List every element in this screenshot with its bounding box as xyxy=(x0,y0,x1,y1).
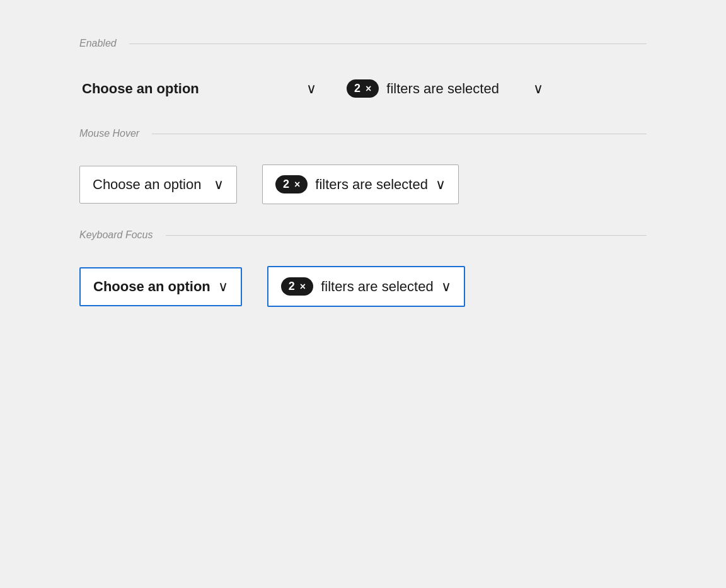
badge-focus-count: 2 xyxy=(289,280,295,293)
badge-focus: 2 × xyxy=(281,277,313,296)
multi-select-hover-text: filters are selected xyxy=(315,176,428,193)
multi-select-focus-chevron: ∨ xyxy=(441,279,451,295)
section-header-focus: Keyboard Focus xyxy=(79,229,647,241)
section-enabled: Enabled Choose an option ∨ 2 × filters a… xyxy=(79,38,647,103)
single-select-enabled[interactable]: Choose an option ∨ xyxy=(79,76,319,102)
badge-enabled: 2 × xyxy=(347,79,379,98)
multi-select-hover[interactable]: 2 × filters are selected ∨ xyxy=(262,164,459,204)
multi-select-enabled[interactable]: 2 × filters are selected ∨ xyxy=(344,74,546,103)
single-select-focus-chevron: ∨ xyxy=(218,279,228,295)
single-select-hover-text: Choose an option xyxy=(93,176,201,193)
badge-focus-close[interactable]: × xyxy=(300,281,306,292)
single-select-hover-chevron: ∨ xyxy=(214,176,224,193)
section-title-enabled: Enabled xyxy=(79,38,117,49)
single-select-hover[interactable]: Choose an option ∨ xyxy=(79,166,237,204)
section-title-hover: Mouse Hover xyxy=(79,128,139,139)
multi-select-hover-chevron: ∨ xyxy=(435,176,446,193)
multi-select-focus[interactable]: 2 × filters are selected ∨ xyxy=(267,266,465,307)
enabled-dropdowns-row: Choose an option ∨ 2 × filters are selec… xyxy=(79,74,647,103)
badge-hover-count: 2 xyxy=(283,178,289,191)
badge-hover-close[interactable]: × xyxy=(294,179,300,190)
section-divider-hover xyxy=(152,134,647,134)
multi-select-enabled-text: filters are selected xyxy=(386,81,499,97)
page-container: Enabled Choose an option ∨ 2 × filters a… xyxy=(79,38,647,332)
multi-select-focus-inner: 2 × filters are selected xyxy=(281,277,434,296)
section-header-hover: Mouse Hover xyxy=(79,128,647,139)
section-divider-focus xyxy=(166,235,647,236)
single-select-enabled-chevron: ∨ xyxy=(306,81,316,97)
badge-enabled-close[interactable]: × xyxy=(366,83,371,95)
section-divider-enabled xyxy=(129,43,647,44)
badge-enabled-count: 2 xyxy=(354,82,360,95)
single-select-focus-text: Choose an option xyxy=(93,279,210,295)
multi-select-enabled-chevron: ∨ xyxy=(533,81,543,97)
single-select-enabled-text: Choose an option xyxy=(82,81,199,97)
single-select-focus[interactable]: Choose an option ∨ xyxy=(79,267,242,306)
badge-hover: 2 × xyxy=(275,175,308,193)
section-header-enabled: Enabled xyxy=(79,38,647,49)
multi-select-focus-text: filters are selected xyxy=(321,279,434,295)
hover-dropdowns-row: Choose an option ∨ 2 × filters are selec… xyxy=(79,164,647,204)
multi-select-hover-inner: 2 × filters are selected xyxy=(275,175,428,193)
section-title-focus: Keyboard Focus xyxy=(79,229,153,241)
section-hover: Mouse Hover Choose an option ∨ 2 × filte… xyxy=(79,128,647,204)
multi-select-enabled-inner: 2 × filters are selected xyxy=(347,79,499,98)
section-focus: Keyboard Focus Choose an option ∨ 2 × fi… xyxy=(79,229,647,307)
focus-dropdowns-row: Choose an option ∨ 2 × filters are selec… xyxy=(79,266,647,307)
